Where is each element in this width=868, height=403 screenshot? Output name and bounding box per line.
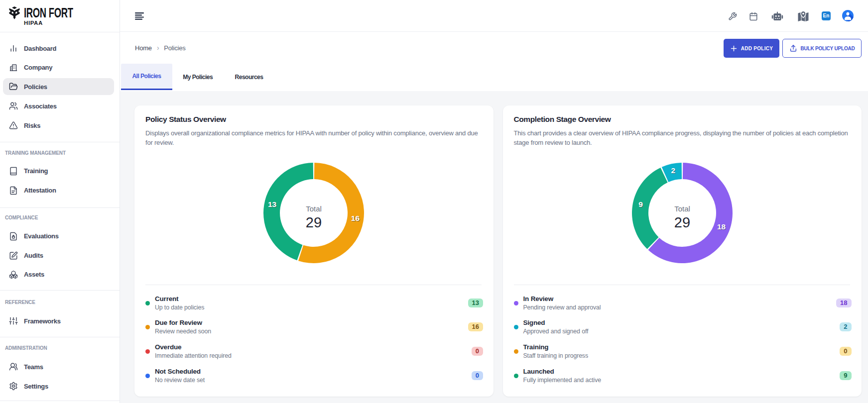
svg-text:18: 18: [717, 222, 726, 231]
svg-text:29: 29: [306, 214, 322, 230]
svg-text:Total: Total: [674, 204, 690, 213]
svg-text:9: 9: [638, 200, 643, 208]
svg-text:16: 16: [351, 214, 360, 222]
svg-text:2: 2: [671, 166, 675, 175]
svg-text:Total: Total: [306, 204, 322, 213]
svg-text:29: 29: [674, 214, 690, 230]
svg-text:13: 13: [268, 200, 277, 208]
